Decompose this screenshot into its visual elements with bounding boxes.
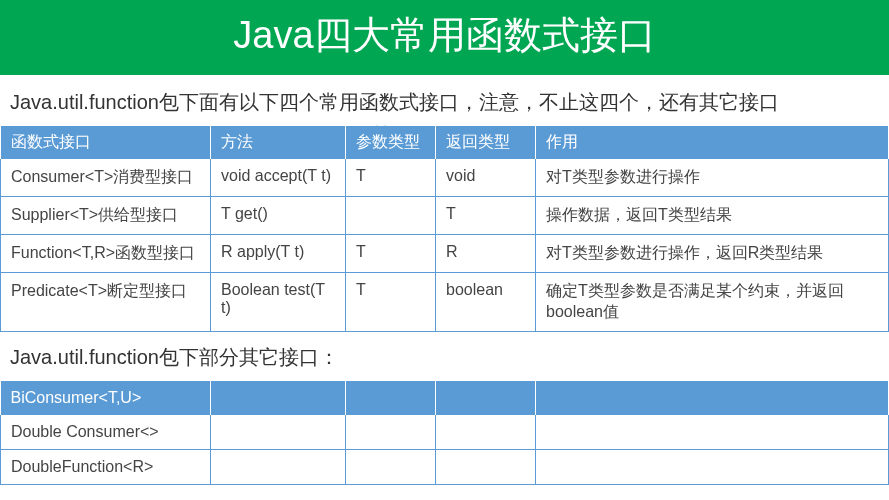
th-paramtype: 参数类型 (346, 126, 436, 159)
cell (436, 415, 536, 450)
cell: 对T类型参数进行操作，返回R类型结果 (536, 235, 889, 273)
th2 (211, 381, 346, 415)
cell (536, 415, 889, 450)
subtitle-text: Java.util.function包下面有以下四个常用函数式接口，注意，不止这… (0, 75, 889, 126)
cell (346, 415, 436, 450)
th-returntype: 返回类型 (436, 126, 536, 159)
cell: void (436, 159, 536, 197)
table-header-row: BiConsumer<T,U> (1, 381, 889, 415)
cell: Double Consumer<> (1, 415, 211, 450)
th2 (346, 381, 436, 415)
cell: Consumer<T>消费型接口 (1, 159, 211, 197)
cell: 对T类型参数进行操作 (536, 159, 889, 197)
cell: R (436, 235, 536, 273)
cell (536, 450, 889, 485)
table-row: Function<T,R>函数型接口 R apply(T t) T R 对T类型… (1, 235, 889, 273)
th2 (536, 381, 889, 415)
cell (346, 450, 436, 485)
table-row: Predicate<T>断定型接口 Boolean test(T t) T bo… (1, 273, 889, 332)
cell: boolean (436, 273, 536, 332)
cell: DoubleFunction<R> (1, 450, 211, 485)
th2: BiConsumer<T,U> (1, 381, 211, 415)
table-row: Supplier<T>供给型接口 T get() T 操作数据，返回T类型结果 (1, 197, 889, 235)
th-method: 方法 (211, 126, 346, 159)
cell (436, 450, 536, 485)
main-table: 函数式接口 方法 参数类型 返回类型 作用 Consumer<T>消费型接口 v… (0, 126, 889, 332)
page-title: Java四大常用函数式接口 (0, 0, 889, 75)
cell: T (346, 273, 436, 332)
table-header-row: 函数式接口 方法 参数类型 返回类型 作用 (1, 126, 889, 159)
cell: 操作数据，返回T类型结果 (536, 197, 889, 235)
table-row: DoubleFunction<R> (1, 450, 889, 485)
cell (211, 415, 346, 450)
cell: T (436, 197, 536, 235)
th-interface: 函数式接口 (1, 126, 211, 159)
cell: R apply(T t) (211, 235, 346, 273)
cell: 确定T类型参数是否满足某个约束，并返回boolean值 (536, 273, 889, 332)
subtitle2-text: Java.util.function包下部分其它接口： (0, 332, 889, 381)
cell: T (346, 235, 436, 273)
cell (346, 197, 436, 235)
cell: Function<T,R>函数型接口 (1, 235, 211, 273)
cell: T (346, 159, 436, 197)
table-row: Double Consumer<> (1, 415, 889, 450)
cell: void accept(T t) (211, 159, 346, 197)
cell (211, 450, 346, 485)
cell: Predicate<T>断定型接口 (1, 273, 211, 332)
cell: T get() (211, 197, 346, 235)
table-row: Consumer<T>消费型接口 void accept(T t) T void… (1, 159, 889, 197)
cell: Boolean test(T t) (211, 273, 346, 332)
cell: Supplier<T>供给型接口 (1, 197, 211, 235)
th-purpose: 作用 (536, 126, 889, 159)
second-table: BiConsumer<T,U> Double Consumer<> Double… (0, 381, 889, 485)
th2 (436, 381, 536, 415)
